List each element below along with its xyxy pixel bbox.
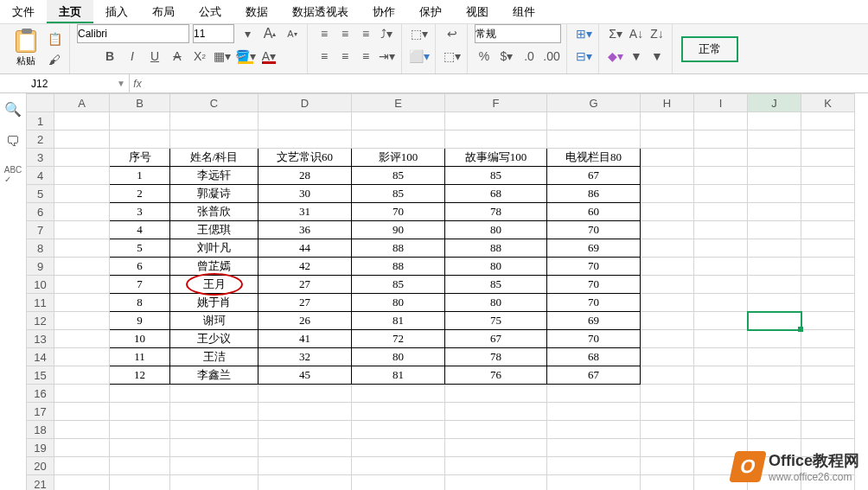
cell-A9[interactable] (54, 258, 110, 276)
cell-I10[interactable] (694, 276, 748, 294)
clear-icon[interactable]: ◆▾ (606, 47, 625, 66)
select-all-corner[interactable] (27, 94, 54, 112)
cell-A6[interactable] (54, 203, 110, 221)
cell-J15[interactable] (748, 366, 801, 385)
cell-A16[interactable] (54, 385, 110, 403)
cell-F10[interactable]: 85 (445, 276, 547, 294)
cell-F6[interactable]: 78 (445, 203, 547, 221)
cell-C8[interactable]: 刘叶凡 (170, 239, 258, 258)
align-left-icon[interactable]: ≡ (315, 47, 334, 66)
cell-C21[interactable] (170, 475, 258, 491)
cell-H2[interactable] (641, 130, 694, 149)
autosum-icon[interactable]: Σ▾ (606, 24, 625, 43)
cell-H12[interactable] (641, 312, 694, 330)
row-header-14[interactable]: 14 (27, 348, 54, 366)
cell-F2[interactable] (445, 130, 547, 149)
cell-I11[interactable] (694, 294, 748, 312)
cell-J13[interactable] (748, 330, 801, 348)
cell-E7[interactable]: 90 (352, 221, 445, 239)
cell-A5[interactable] (54, 185, 110, 203)
cell-A10[interactable] (54, 276, 110, 294)
cell-G19[interactable] (547, 439, 641, 457)
cell-D8[interactable]: 44 (258, 239, 352, 258)
cell-E2[interactable] (352, 130, 445, 149)
row-header-8[interactable]: 8 (27, 239, 54, 258)
decrease-font-icon[interactable]: A▾ (283, 24, 302, 43)
col-header-K[interactable]: K (801, 94, 855, 112)
cell-C1[interactable] (170, 112, 258, 130)
menu-主页[interactable]: 主页 (47, 0, 93, 23)
cell-C2[interactable] (170, 130, 258, 149)
increase-decimal-icon[interactable]: .0 (520, 47, 539, 66)
align-bottom-icon[interactable]: ≡ (356, 24, 375, 43)
cell-H6[interactable] (641, 203, 694, 221)
merge-icon[interactable]: ⬚▾ (443, 47, 462, 66)
row-header-15[interactable]: 15 (27, 366, 54, 385)
cell-D7[interactable]: 36 (258, 221, 352, 239)
cell-K13[interactable] (801, 330, 855, 348)
cell-B8[interactable]: 5 (110, 239, 170, 258)
cell-F15[interactable]: 76 (445, 366, 547, 385)
cell-H17[interactable] (641, 403, 694, 421)
cell-I16[interactable] (694, 385, 748, 403)
name-box[interactable]: J12 ▼ (26, 74, 130, 92)
menu-公式[interactable]: 公式 (187, 0, 233, 23)
cell-E19[interactable] (352, 439, 445, 457)
menu-保护[interactable]: 保护 (407, 0, 454, 23)
cell-C9[interactable]: 曾芷嫣 (170, 258, 258, 276)
row-header-13[interactable]: 13 (27, 330, 54, 348)
cell-E1[interactable] (352, 112, 445, 130)
cell-D5[interactable]: 30 (258, 185, 352, 203)
cell-G3[interactable]: 电视栏目80 (547, 149, 641, 167)
col-header-H[interactable]: H (641, 94, 694, 112)
cell-A20[interactable] (54, 457, 110, 475)
cell-E14[interactable]: 80 (352, 348, 445, 366)
cell-K12[interactable] (801, 312, 855, 330)
cell-H15[interactable] (641, 366, 694, 385)
align-middle-icon[interactable]: ≡ (335, 24, 354, 43)
cell-H14[interactable] (641, 348, 694, 366)
cell-D4[interactable]: 28 (258, 167, 352, 185)
cell-D1[interactable] (258, 112, 352, 130)
cell-B16[interactable] (110, 385, 170, 403)
cell-H13[interactable] (641, 330, 694, 348)
sort-asc-icon[interactable]: A↓ (627, 24, 646, 43)
cell-C15[interactable]: 李鑫兰 (170, 366, 258, 385)
align-top-icon[interactable]: ≡ (315, 24, 334, 43)
cell-B7[interactable]: 4 (110, 221, 170, 239)
row-header-2[interactable]: 2 (27, 130, 54, 149)
row-header-11[interactable]: 11 (27, 294, 54, 312)
cell-D19[interactable] (258, 439, 352, 457)
cell-G13[interactable]: 70 (547, 330, 641, 348)
menu-布局[interactable]: 布局 (140, 0, 187, 23)
filter-icon[interactable]: ▼ (627, 47, 646, 66)
cell-I18[interactable] (694, 421, 748, 439)
cell-B5[interactable]: 2 (110, 185, 170, 203)
font-updown-icon[interactable]: ▾ (238, 24, 257, 43)
cell-A12[interactable] (54, 312, 110, 330)
cell-G12[interactable]: 69 (547, 312, 641, 330)
cell-A11[interactable] (54, 294, 110, 312)
cell-F4[interactable]: 85 (445, 167, 547, 185)
cell-C5[interactable]: 郭凝诗 (170, 185, 258, 203)
cell-A14[interactable] (54, 348, 110, 366)
cell-B12[interactable]: 9 (110, 312, 170, 330)
cell-D3[interactable]: 文艺常识60 (258, 149, 352, 167)
row-header-18[interactable]: 18 (27, 421, 54, 439)
cell-I5[interactable] (694, 185, 748, 203)
cell-J6[interactable] (748, 203, 801, 221)
cell-B18[interactable] (110, 421, 170, 439)
menu-组件[interactable]: 组件 (501, 0, 547, 23)
cell-A21[interactable] (54, 475, 110, 491)
cell-B10[interactable]: 7 (110, 276, 170, 294)
cell-G5[interactable]: 86 (547, 185, 641, 203)
cell-D13[interactable]: 41 (258, 330, 352, 348)
cell-B1[interactable] (110, 112, 170, 130)
font-name-select[interactable] (77, 24, 189, 43)
number-format-select[interactable] (475, 24, 561, 43)
cell-E6[interactable]: 70 (352, 203, 445, 221)
cell-E21[interactable] (352, 475, 445, 491)
cell-K1[interactable] (801, 112, 855, 130)
cell-F12[interactable]: 75 (445, 312, 547, 330)
cell-A17[interactable] (54, 403, 110, 421)
